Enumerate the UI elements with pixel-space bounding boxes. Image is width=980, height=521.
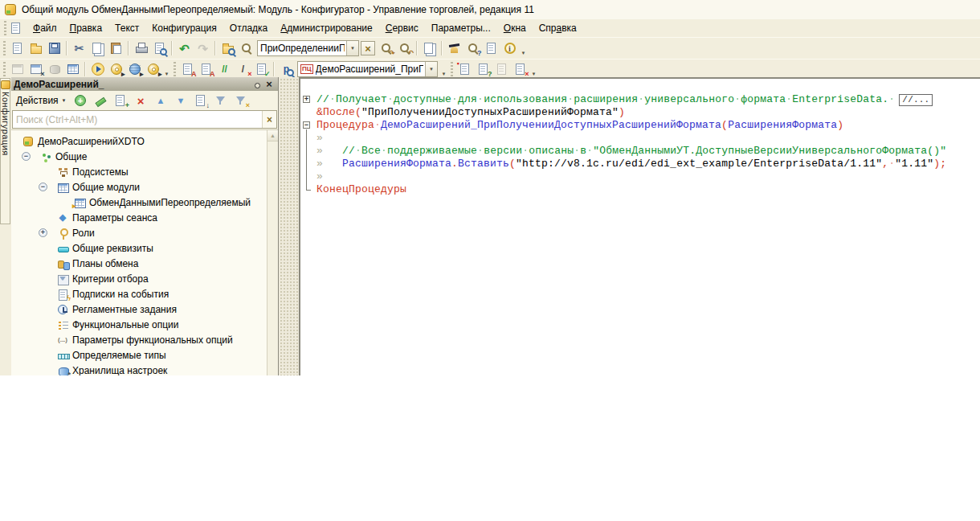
move-down-button[interactable]: ▼ — [172, 92, 190, 109]
procedure-combo[interactable]: ПЦДемоРасширений_ПриПолучен▼ — [297, 61, 438, 77]
menu-item-help[interactable]: Справка — [533, 21, 583, 35]
copy-item-button[interactable]: + — [112, 92, 130, 109]
tree-item[interactable]: Определяемые типы — [11, 347, 278, 363]
toolbar-overflow-icon[interactable]: ▼ — [519, 39, 528, 58]
procedures-list-button[interactable]: p — [277, 60, 296, 78]
add-button[interactable] — [71, 92, 90, 109]
find-combo[interactable]: ПриОпределенииПодд▼ — [257, 40, 359, 56]
comment-remove-button[interactable]: /× — [234, 60, 252, 78]
debug-client-button[interactable]: ▸ — [107, 60, 125, 78]
info-button[interactable] — [500, 39, 519, 57]
syntax-search-button[interactable]: ? — [463, 39, 482, 57]
copy-pages-button[interactable] — [420, 39, 439, 57]
tree-item[interactable]: Подсистемы — [11, 164, 278, 179]
toolbar-overflow-icon[interactable]: ▼ — [529, 60, 538, 79]
tree-item[interactable]: (...)Параметры функциональных опций — [11, 332, 278, 347]
pin-icon[interactable] — [250, 79, 261, 90]
configuration-window-button[interactable] — [8, 60, 27, 78]
sort-button[interactable]: ↓ — [192, 92, 210, 109]
close-icon[interactable]: × — [263, 78, 276, 90]
menu-item-parameters[interactable]: Параметры... — [425, 21, 497, 35]
debug-client-alt-button[interactable]: ▸ — [144, 60, 162, 78]
find-previous-button[interactable]: ↶ — [395, 39, 414, 57]
tree-item[interactable]: ▸ОбменДаннымиПереопределяемый — [11, 195, 278, 210]
menu-item-edit[interactable]: Правка — [63, 21, 109, 35]
edit-button[interactable] — [92, 92, 110, 109]
template-doc-button[interactable] — [482, 39, 500, 57]
search-input[interactable] — [13, 111, 262, 128]
panel-splitter[interactable] — [279, 77, 299, 375]
print-button[interactable] — [132, 39, 150, 57]
find-button[interactable] — [237, 39, 255, 57]
tree-item[interactable]: Функциональные опции — [11, 317, 278, 332]
new-document-button[interactable] — [8, 39, 27, 57]
search-clear-icon[interactable]: × — [262, 111, 276, 128]
toolbar-grip[interactable] — [174, 62, 176, 76]
collapse-icon[interactable]: − — [22, 152, 31, 161]
bookmark-muted-button[interactable] — [492, 60, 511, 78]
toolbar-overflow-icon[interactable]: ▼ — [439, 60, 448, 79]
actions-button[interactable]: Действия ▼ — [13, 93, 70, 108]
tree-item[interactable]: ϟПодписки на события — [11, 286, 278, 302]
global-search-button[interactable] — [218, 39, 237, 57]
procedure-combo-arrow-icon[interactable]: ▼ — [425, 62, 437, 76]
tab-configuration[interactable]: Конфигурация — [0, 78, 10, 224]
redo-button[interactable]: ↷ — [194, 39, 212, 57]
toolbar-grip[interactable] — [3, 62, 6, 76]
toolbar-overflow-icon[interactable]: ▼ — [162, 60, 171, 79]
fold-collapse-icon[interactable]: − — [303, 121, 310, 129]
tree-item[interactable]: Критерии отбора — [11, 271, 278, 286]
find-close-button[interactable]: × — [361, 41, 375, 55]
goto-definition-button[interactable]: ? — [474, 60, 492, 78]
menu-item-text[interactable]: Текст — [108, 21, 145, 35]
tree-item[interactable]: −Общие модули — [11, 179, 278, 195]
code-editor[interactable]: +//·Получает·доступные·для·использования… — [299, 77, 980, 375]
syntax-check-button[interactable]: ✓ — [252, 60, 271, 78]
tree-item[interactable]: Общие реквизиты — [11, 240, 278, 256]
collapsed-comment-box[interactable]: //... — [899, 94, 933, 106]
comment-add-button[interactable]: // — [215, 60, 234, 78]
menu-grip[interactable] — [4, 21, 6, 35]
window-list-button[interactable]: × — [27, 60, 45, 78]
menu-item-administration[interactable]: Администрирование — [274, 21, 378, 35]
tree-item[interactable]: Регламентные задания — [11, 302, 278, 317]
syntax-helper-button[interactable] — [445, 39, 463, 57]
block-template-a-button[interactable]: А — [178, 60, 197, 78]
copy-button[interactable] — [88, 39, 107, 57]
tree-item[interactable]: *Хранилища настроек — [11, 363, 278, 375]
tree-item[interactable]: ДемоРасширенийXDTO — [11, 133, 278, 149]
menu-item-configuration[interactable]: Конфигурация — [145, 21, 223, 35]
open-button[interactable] — [27, 39, 45, 57]
toolbar-grip[interactable] — [3, 41, 6, 55]
fold-expand-icon[interactable]: + — [303, 96, 310, 103]
scroll-up-icon[interactable]: ▲ — [267, 130, 278, 142]
filter-clear-button[interactable]: × — [232, 92, 251, 109]
panel-title-bar[interactable]: ДемоРасширений_ × — [11, 77, 278, 91]
menu-item-file[interactable]: Файл — [27, 21, 63, 35]
bookmark-add-button[interactable]: ▪ — [455, 60, 474, 78]
move-up-button[interactable]: ▲ — [152, 92, 170, 109]
menu-item-debug[interactable]: Отладка — [223, 21, 274, 35]
save-button[interactable] — [45, 39, 63, 57]
cut-button[interactable]: ✂ — [70, 39, 88, 57]
block-template-b-button[interactable]: А — [197, 60, 215, 78]
bookmark-delete-button[interactable]: × — [511, 60, 529, 78]
filter-button[interactable] — [212, 92, 231, 109]
find-combo-arrow-icon[interactable]: ▼ — [346, 41, 358, 55]
collapse-icon[interactable]: − — [39, 183, 47, 191]
toolbar-grip[interactable] — [451, 62, 453, 76]
menu-item-windows[interactable]: Окна — [497, 21, 533, 35]
tree-item[interactable]: Планы обмена — [11, 256, 278, 271]
tree-item[interactable]: −Общие — [11, 149, 278, 164]
delete-button[interactable]: × — [132, 92, 150, 109]
undo-button[interactable]: ↶ — [175, 39, 194, 57]
debug-start-button[interactable] — [88, 60, 107, 78]
print-preview-button[interactable] — [150, 39, 169, 57]
debug-web-client-button[interactable]: ▸ — [125, 60, 144, 78]
find-next-button[interactable]: ↷ — [377, 39, 395, 57]
database-config-button[interactable] — [45, 60, 63, 78]
paste-button[interactable] — [107, 39, 125, 57]
menu-item-service[interactable]: Сервис — [379, 21, 425, 35]
tree-item[interactable]: +Роли — [11, 225, 278, 240]
expand-icon[interactable]: + — [39, 228, 47, 237]
